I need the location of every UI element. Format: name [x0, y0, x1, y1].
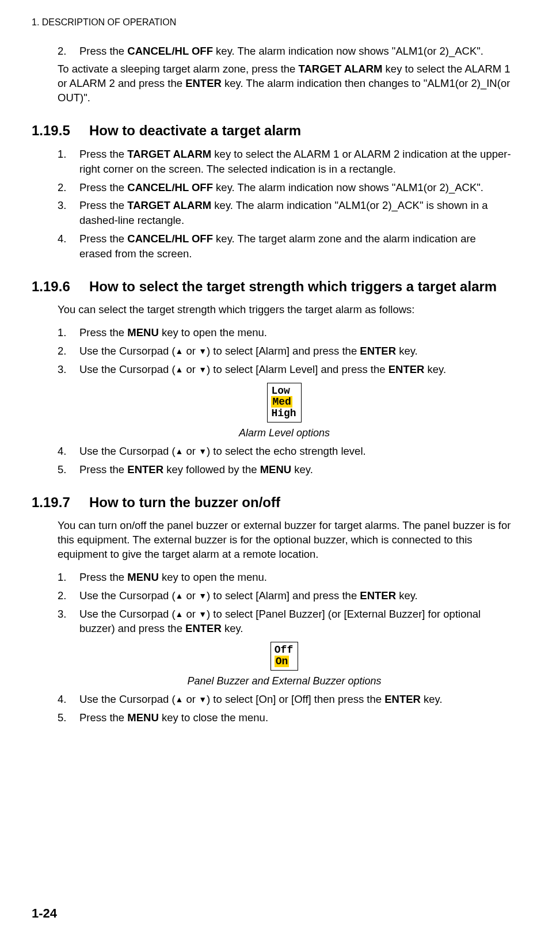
- text: Use the Cursorpad (: [79, 608, 176, 620]
- list-item: 1. Press the MENU key to open the menu.: [58, 325, 511, 340]
- item-number: 3.: [58, 607, 79, 637]
- list-item: 1. Press the MENU key to open the menu.: [58, 570, 511, 585]
- item-number: 1.: [58, 570, 79, 585]
- section-title: How to turn the buzzer on/off: [89, 494, 511, 511]
- list-item: 5. Press the ENTER key followed by the M…: [58, 462, 511, 477]
- highlight: On: [275, 656, 289, 667]
- list-item: 2. Press the CANCEL/HL OFF key. The alar…: [58, 44, 511, 59]
- key-name: ENTER: [388, 363, 425, 375]
- figure: Low Med High: [58, 383, 511, 422]
- key-name: ENTER: [360, 345, 396, 357]
- list-item: 3. Use the Cursorpad (▲ or ▼) to select …: [58, 607, 511, 637]
- text: Press the: [79, 233, 127, 245]
- item-text: Press the CANCEL/HL OFF key. The alarm i…: [79, 180, 511, 195]
- paragraph: You can select the target strength which…: [58, 303, 511, 317]
- text: Use the Cursorpad (: [79, 345, 176, 357]
- section-heading: 1.19.7 How to turn the buzzer on/off: [32, 494, 511, 511]
- key-name: CANCEL/HL OFF: [127, 233, 213, 245]
- item-text: Press the MENU key to open the menu.: [79, 570, 511, 585]
- text: Press the: [79, 148, 127, 160]
- item-text: Press the CANCEL/HL OFF key. The alarm i…: [79, 44, 511, 59]
- item-number: 2.: [58, 180, 79, 195]
- text: To activate a sleeping target alarm zone…: [58, 63, 299, 75]
- item-number: 4.: [58, 444, 79, 459]
- key-name: MENU: [127, 326, 158, 338]
- section-heading: 1.19.5 How to deactivate a target alarm: [32, 123, 511, 139]
- arrow-up-icon: ▲: [176, 365, 184, 374]
- item-number: 3.: [58, 198, 79, 228]
- item-number: 2.: [58, 588, 79, 603]
- arrow-down-icon: ▼: [199, 447, 207, 456]
- item-number: 3.: [58, 362, 79, 377]
- options-box: Off On: [271, 642, 298, 671]
- text: Press the: [79, 571, 127, 583]
- section-number: 1.19.5: [32, 123, 89, 139]
- arrow-down-icon: ▼: [199, 347, 207, 356]
- options-box: Low Med High: [267, 383, 301, 422]
- figure-caption: Panel Buzzer and External Buzzer options: [58, 675, 511, 687]
- list-item: 3. Use the Cursorpad (▲ or ▼) to select …: [58, 362, 511, 377]
- key-name: ENTER: [185, 622, 222, 634]
- key-name: MENU: [127, 571, 158, 583]
- text: key. The alarm indication now shows "ALM…: [213, 181, 483, 193]
- text: key. The alarm indication now shows "ALM…: [213, 45, 483, 57]
- text: key.: [291, 463, 313, 475]
- figure: Off On: [58, 642, 511, 671]
- item-text: Press the MENU key to open the menu.: [79, 325, 511, 340]
- key-name: MENU: [260, 463, 291, 475]
- key-name: ENTER: [384, 693, 421, 705]
- item-number: 1.: [58, 325, 79, 340]
- text: Press the: [79, 463, 127, 475]
- text: key.: [222, 622, 243, 634]
- text: key to close the menu.: [159, 711, 268, 724]
- option: High: [271, 408, 296, 420]
- section-heading: 1.19.6 How to select the target strength…: [32, 279, 511, 295]
- page-content: 2. Press the CANCEL/HL OFF key. The alar…: [58, 44, 511, 725]
- arrow-down-icon: ▼: [199, 610, 207, 619]
- text: key.: [396, 345, 418, 357]
- arrow-up-icon: ▲: [176, 610, 184, 619]
- text: ) to select [Alarm Level] and press the: [207, 363, 388, 375]
- text: Press the: [79, 326, 127, 338]
- list-item: 4. Use the Cursorpad (▲ or ▼) to select …: [58, 444, 511, 459]
- arrow-up-icon: ▲: [176, 591, 184, 600]
- arrow-down-icon: ▼: [199, 591, 207, 600]
- text: ) to select [Alarm] and press the: [207, 589, 360, 602]
- arrow-down-icon: ▼: [199, 365, 207, 374]
- key-name: TARGET ALARM: [127, 148, 211, 160]
- text: Press the: [79, 45, 127, 57]
- highlight: Med: [271, 396, 292, 408]
- key-name: TARGET ALARM: [299, 63, 383, 75]
- section-title: How to deactivate a target alarm: [89, 123, 511, 139]
- option-selected: On: [275, 656, 293, 668]
- item-text: Press the TARGET ALARM key to select the…: [79, 147, 511, 177]
- text: Press the: [79, 181, 127, 193]
- text: Press the: [79, 199, 127, 211]
- option: Low: [271, 386, 296, 397]
- item-number: 5.: [58, 462, 79, 477]
- text: key.: [424, 363, 446, 375]
- text: key.: [421, 693, 443, 705]
- text: key.: [396, 589, 418, 602]
- item-text: Press the ENTER key followed by the MENU…: [79, 462, 511, 477]
- text: ) to select [Alarm] and press the: [207, 345, 360, 357]
- list-item: 5. Press the MENU key to close the menu.: [58, 710, 511, 725]
- text: or: [183, 608, 199, 620]
- list-item: 4. Use the Cursorpad (▲ or ▼) to select …: [58, 692, 511, 707]
- key-name: CANCEL/HL OFF: [127, 181, 213, 193]
- paragraph: To activate a sleeping target alarm zone…: [58, 62, 511, 105]
- item-number: 4.: [58, 692, 79, 707]
- paragraph: You can turn on/off the panel buzzer or …: [58, 519, 511, 562]
- text: or: [183, 693, 199, 705]
- item-text: Press the MENU key to close the menu.: [79, 710, 511, 725]
- key-name: MENU: [127, 711, 158, 724]
- key-name: CANCEL/HL OFF: [127, 45, 213, 57]
- text: ) to select [On] or [Off] then press the: [207, 693, 384, 705]
- section-number: 1.19.7: [32, 494, 89, 511]
- item-text: Press the TARGET ALARM key. The alarm in…: [79, 198, 511, 228]
- text: or: [183, 445, 199, 457]
- page-number: 1-24: [32, 906, 57, 921]
- figure-caption: Alarm Level options: [58, 427, 511, 439]
- section-title: How to select the target strength which …: [89, 279, 511, 295]
- text: or: [183, 345, 199, 357]
